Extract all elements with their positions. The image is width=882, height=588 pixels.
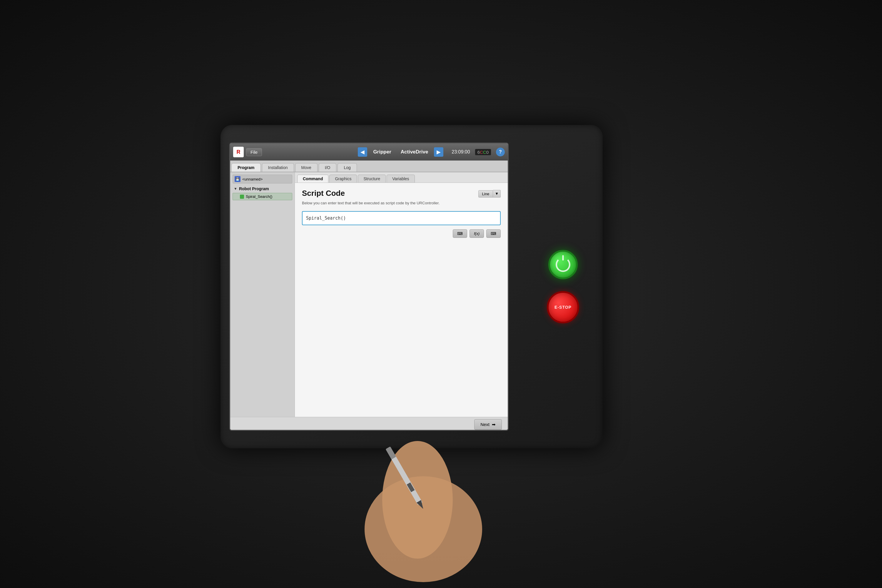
nav-label-activedrive: ActiveDrive [397,149,432,155]
script-code-title: Script Code [302,189,345,198]
tab-structure[interactable]: Structure [358,175,386,183]
robot-program-label: Robot Program [239,186,269,191]
power-button[interactable] [548,250,578,279]
triangle-icon: ▼ [234,187,237,191]
tab-graphics[interactable]: Graphics [329,175,357,183]
tab-io[interactable]: I/O [319,163,337,172]
tab-command[interactable]: Command [297,175,328,183]
sidebar-unnamed: 💾 <unnamed> [232,175,292,183]
tab-move[interactable]: Move [295,163,318,172]
right-controls: E-STOP [547,250,579,323]
tab-installation[interactable]: Installation [262,163,294,172]
tab-variables[interactable]: Variables [387,175,414,183]
robot-program-header: ▼ Robot Program [232,185,292,192]
top-bar: R File ◀ Gripper ActiveDrive ▶ 23:09:00 … [230,144,508,160]
spiral-search-item[interactable]: Spiral_Search() [232,193,292,200]
code-input-area[interactable] [302,211,501,225]
ur-logo: R [233,147,244,157]
keyboard-icon: ⌨ [457,231,463,236]
nav-right-arrow[interactable]: ▶ [434,147,443,157]
main-panel: Command Graphics Structure Variables Scr… [295,172,508,417]
sidebar: 💾 <unnamed> ▼ Robot Program Spiral_Searc… [230,172,295,417]
save-icon: 💾 [235,176,240,182]
code-input[interactable] [303,212,500,225]
keyboard-button-2[interactable]: ⌨ [486,230,501,238]
line-dropdown[interactable]: ▼ [493,190,501,198]
fx-button[interactable]: f(x) [470,230,484,238]
unnamed-label: <unnamed> [242,177,262,182]
content-area: 💾 <unnamed> ▼ Robot Program Spiral_Searc… [230,172,508,417]
tab-program[interactable]: Program [231,163,261,172]
keyboard-icon-2: ⌨ [490,231,496,236]
tablet-device: R File ◀ Gripper ActiveDrive ▶ 23:09:00 … [220,125,603,448]
time-display: 23:09:00 [452,149,470,154]
estop-button[interactable]: E-STOP [547,291,579,323]
script-area: Script Code Line ▼ Below you can enter t… [295,183,508,417]
green-square-icon [240,195,244,199]
main-tabs: Program Installation Move I/O Log [230,160,508,172]
screen: R File ◀ Gripper ActiveDrive ▶ 23:09:00 … [230,142,508,431]
next-button[interactable]: Next ➡ [474,419,502,430]
nav-label-gripper: Gripper [369,149,394,155]
spiral-item-label: Spiral_Search() [246,194,272,199]
bottom-bar: Next ➡ [230,417,508,431]
tab-log[interactable]: Log [338,163,357,172]
keyboard-button[interactable]: ⌨ [453,230,467,238]
help-button[interactable]: ? [496,148,505,156]
estop-label: E-STOP [555,305,572,310]
status-badge: 6CC0 [475,149,491,156]
script-description: Below you can enter text that will be ex… [302,201,501,205]
line-selector-label[interactable]: Line [478,190,494,198]
sub-tabs: Command Graphics Structure Variables [295,172,508,183]
power-icon [556,257,570,272]
next-label: Next [480,422,489,427]
code-actions: ⌨ f(x) ⌨ [302,230,501,238]
next-arrow-icon: ➡ [492,422,496,427]
file-button[interactable]: File [246,148,262,156]
nav-left-arrow[interactable]: ◀ [358,147,367,157]
